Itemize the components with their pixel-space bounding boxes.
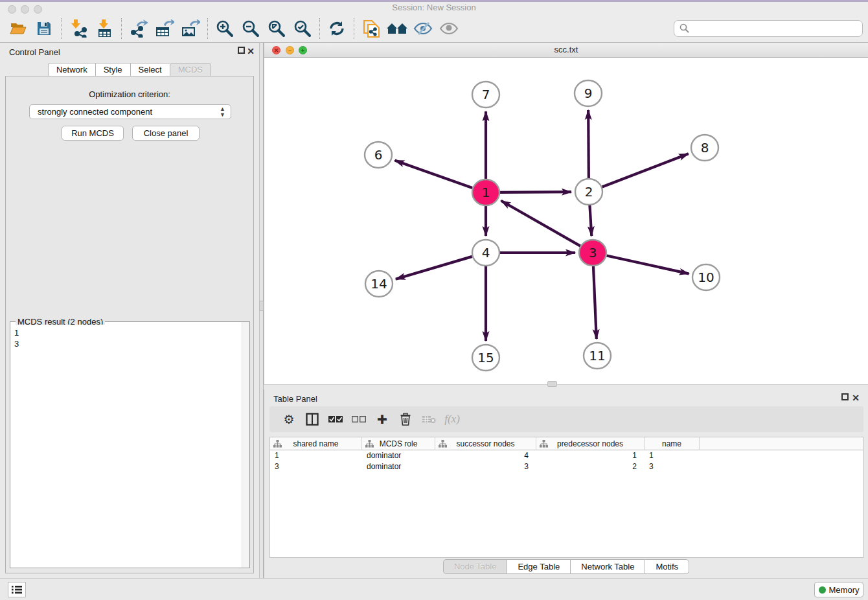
memory-label: Memory xyxy=(829,585,860,595)
graph-node-2[interactable]: 2 xyxy=(575,179,602,205)
horizontal-splitter[interactable] xyxy=(264,384,868,389)
hide-selected-eye-icon[interactable] xyxy=(410,17,436,40)
task-history-list-icon[interactable] xyxy=(8,582,26,597)
column-type-icon xyxy=(439,440,447,448)
result-scrollbar[interactable] xyxy=(242,322,249,568)
graph-edge-1-6[interactable] xyxy=(394,161,472,188)
node-label: 11 xyxy=(589,348,605,363)
graph-node-3[interactable]: 3 xyxy=(579,240,606,266)
toolbar-separator xyxy=(121,18,122,39)
table-settings-gear-icon[interactable]: ⚙ xyxy=(277,409,301,430)
window-close-icon[interactable] xyxy=(8,5,16,14)
column-type-icon xyxy=(273,440,282,448)
splitter-handle[interactable] xyxy=(259,301,264,311)
graph-edge-3-1[interactable] xyxy=(501,201,580,246)
graph-node-8[interactable]: 8 xyxy=(691,135,718,161)
graph-node-6[interactable]: 6 xyxy=(365,142,392,168)
tab-node-table[interactable]: Node Table xyxy=(443,559,507,574)
network-canvas[interactable]: 7968124314101511 xyxy=(264,58,868,386)
tab-motifs[interactable]: Motifs xyxy=(645,559,689,574)
network-maximize-icon[interactable]: + xyxy=(299,46,307,54)
splitter-handle[interactable] xyxy=(547,381,557,387)
tab-network-table[interactable]: Network Table xyxy=(570,559,645,574)
table-body: 1dominator4113dominator323 xyxy=(270,450,863,472)
table-panel-title: Table Panel xyxy=(273,394,317,404)
network-window-titlebar[interactable]: ✕ – + scc.txt xyxy=(264,43,868,58)
export-image-icon[interactable] xyxy=(177,17,203,40)
window-minimize-icon[interactable] xyxy=(21,5,29,14)
tab-network[interactable]: Network xyxy=(48,63,95,76)
graph-edge-3-10[interactable] xyxy=(606,255,689,273)
network-minimize-icon[interactable]: – xyxy=(286,46,294,54)
import-table-icon[interactable] xyxy=(91,17,117,40)
select-all-columns-icon[interactable] xyxy=(324,409,347,430)
graph-node-15[interactable]: 15 xyxy=(472,345,499,371)
node-table: shared nameMCDS rolesuccessor nodesprede… xyxy=(269,437,863,558)
column-header-shared-name[interactable]: shared name xyxy=(270,437,362,450)
tab-mcds[interactable]: MCDS xyxy=(170,63,211,76)
memory-button[interactable]: Memory xyxy=(814,582,863,597)
add-column-icon[interactable]: ✚ xyxy=(371,409,394,430)
main-toolbar xyxy=(0,14,868,43)
column-header-name[interactable]: name xyxy=(645,437,700,450)
window-zoom-icon[interactable] xyxy=(34,5,42,14)
table-row[interactable]: 1dominator411 xyxy=(270,450,863,461)
graph-edge-2-3[interactable] xyxy=(589,205,591,236)
zoom-out-icon[interactable] xyxy=(238,17,264,40)
optimization-criterion-label: Optimization criterion: xyxy=(6,89,253,99)
mcds-tab-content: Optimization criterion: strongly connect… xyxy=(5,76,254,573)
column-header-predecessor-nodes[interactable]: predecessor nodes xyxy=(536,437,645,450)
table-row[interactable]: 3dominator323 xyxy=(270,461,863,472)
graph-node-14[interactable]: 14 xyxy=(365,271,393,297)
save-icon[interactable] xyxy=(31,17,57,40)
tab-select[interactable]: Select xyxy=(130,63,170,76)
show-all-eye-icon[interactable] xyxy=(436,17,462,40)
column-header-MCDS-role[interactable]: MCDS role xyxy=(362,437,435,450)
graph-edge-2-9[interactable] xyxy=(588,110,589,178)
column-header-successor-nodes[interactable]: successor nodes xyxy=(435,437,536,450)
export-network-icon[interactable] xyxy=(126,17,152,40)
graph-node-7[interactable]: 7 xyxy=(472,82,499,108)
close-panel-icon[interactable]: ✕ xyxy=(246,47,255,56)
float-panel-icon[interactable] xyxy=(841,393,849,400)
search-box[interactable] xyxy=(674,20,863,37)
graph-edge-2-8[interactable] xyxy=(602,154,689,187)
table-cell: 1 xyxy=(270,450,362,461)
graph-node-9[interactable]: 9 xyxy=(575,80,602,106)
zoom-fit-icon[interactable] xyxy=(264,17,290,40)
graph-node-11[interactable]: 11 xyxy=(584,343,611,369)
graph-node-10[interactable]: 10 xyxy=(692,264,720,290)
graph-edge-3-11[interactable] xyxy=(593,266,597,339)
mcds-result-list[interactable]: 13 xyxy=(11,325,241,567)
close-panel-icon[interactable]: ✕ xyxy=(851,393,860,402)
float-panel-icon[interactable] xyxy=(238,47,245,54)
show-column-panel-icon[interactable] xyxy=(301,409,324,430)
graph-node-4[interactable]: 4 xyxy=(472,240,499,266)
graph-node-1[interactable]: 1 xyxy=(472,179,499,205)
delete-column-trash-icon[interactable] xyxy=(394,409,417,430)
export-table-icon[interactable] xyxy=(152,17,177,40)
import-network-icon[interactable] xyxy=(65,17,91,40)
criterion-select[interactable]: strongly connected component ▲▼ xyxy=(29,104,231,119)
node-label: 4 xyxy=(482,245,490,260)
clone-network-icon[interactable] xyxy=(358,17,384,40)
home-layout-icon[interactable] xyxy=(384,17,410,40)
refresh-icon[interactable] xyxy=(324,17,350,40)
run-mcds-button[interactable]: Run MCDS xyxy=(62,126,124,141)
graph-edge-4-14[interactable] xyxy=(396,257,472,279)
column-label: name xyxy=(662,439,681,448)
open-folder-icon[interactable] xyxy=(5,17,31,40)
graph-edge-1-2[interactable] xyxy=(500,192,571,192)
close-panel-button[interactable]: Close panel xyxy=(132,126,200,141)
deselect-all-columns-icon[interactable] xyxy=(347,409,371,430)
node-label: 6 xyxy=(374,147,383,163)
zoom-in-icon[interactable] xyxy=(212,17,238,40)
vertical-splitter[interactable] xyxy=(259,43,264,578)
tab-edge-table[interactable]: Edge Table xyxy=(507,559,570,574)
node-label: 15 xyxy=(477,350,494,365)
search-input[interactable] xyxy=(693,23,857,33)
control-panel-tabs: NetworkStyleSelectMCDS xyxy=(0,63,259,76)
network-close-icon[interactable]: ✕ xyxy=(272,46,280,54)
zoom-selected-icon[interactable] xyxy=(290,17,315,40)
tab-style[interactable]: Style xyxy=(95,63,130,76)
